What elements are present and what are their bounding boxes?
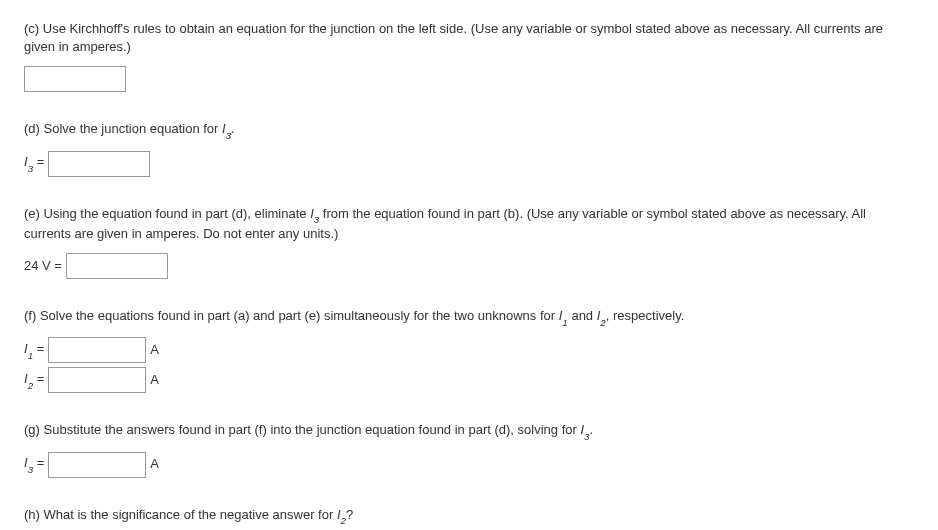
- question-c-prompt: (c) Use Kirchhoff's rules to obtain an e…: [24, 20, 914, 56]
- question-f-row2: I2 = A: [24, 367, 914, 393]
- question-f-var2-sub: 2: [600, 317, 605, 328]
- question-g-prompt-after: .: [590, 422, 594, 437]
- question-d-input[interactable]: [48, 151, 150, 177]
- question-f-prompt-before: (f) Solve the equations found in part (a…: [24, 308, 559, 323]
- question-g-prompt: (g) Substitute the answers found in part…: [24, 421, 914, 441]
- question-d-prompt: (d) Solve the junction equation for I3.: [24, 120, 914, 140]
- question-c: (c) Use Kirchhoff's rules to obtain an e…: [24, 20, 914, 92]
- question-f-row1-unit: A: [150, 341, 159, 359]
- question-f-row2-eq: =: [33, 371, 44, 386]
- question-e-input[interactable]: [66, 253, 168, 279]
- question-e-eq-label: 24 V =: [24, 257, 62, 275]
- question-f-row2-unit: A: [150, 371, 159, 389]
- question-f-var1-sub: 1: [562, 317, 567, 328]
- question-e-prompt: (e) Using the equation found in part (d)…: [24, 205, 914, 243]
- question-f-input-i1[interactable]: [48, 337, 146, 363]
- question-g: (g) Substitute the answers found in part…: [24, 421, 914, 477]
- question-f-mid: and: [568, 308, 597, 323]
- question-f-row2-sub: 2: [28, 380, 33, 391]
- question-d-prompt-text-before: (d) Solve the junction equation for: [24, 121, 222, 136]
- question-h: (h) What is the significance of the nega…: [24, 506, 914, 531]
- question-h-var-base: I: [337, 507, 341, 522]
- question-d-prompt-text-after: .: [231, 121, 235, 136]
- question-c-answer-row: [24, 66, 914, 92]
- question-f-input-i2[interactable]: [48, 367, 146, 393]
- question-g-var-sub: 3: [584, 431, 589, 442]
- question-f-row1: I1 = A: [24, 337, 914, 363]
- question-c-input[interactable]: [24, 66, 126, 92]
- question-d-eq-sub: 3: [28, 163, 33, 174]
- question-f-prompt: (f) Solve the equations found in part (a…: [24, 307, 914, 327]
- question-e: (e) Using the equation found in part (d)…: [24, 205, 914, 279]
- question-g-row-sub: 3: [28, 464, 33, 475]
- question-g-row-unit: A: [150, 455, 159, 473]
- question-f-row1-label: I1 =: [24, 340, 44, 360]
- question-h-prompt-before: (h) What is the significance of the nega…: [24, 507, 337, 522]
- question-g-row: I3 = A: [24, 452, 914, 478]
- question-g-row-eq: =: [33, 455, 44, 470]
- question-h-prompt: (h) What is the significance of the nega…: [24, 506, 914, 526]
- question-f-row1-sub: 1: [28, 350, 33, 361]
- question-e-prompt-before: (e) Using the equation found in part (d)…: [24, 206, 310, 221]
- question-e-var-sub: 3: [314, 214, 319, 225]
- question-d-var-sub: 3: [226, 130, 231, 141]
- question-d-eq-equals: =: [33, 154, 44, 169]
- question-g-input[interactable]: [48, 452, 146, 478]
- question-d-answer-row: I3 =: [24, 151, 914, 177]
- question-g-prompt-before: (g) Substitute the answers found in part…: [24, 422, 580, 437]
- question-g-row-label: I3 =: [24, 454, 44, 474]
- question-f-row2-label: I2 =: [24, 370, 44, 390]
- question-h-prompt-after: ?: [346, 507, 353, 522]
- question-f-prompt-after: , respectively.: [606, 308, 685, 323]
- question-e-answer-row: 24 V =: [24, 253, 914, 279]
- question-d-eq-label: I3 =: [24, 153, 44, 173]
- question-f: (f) Solve the equations found in part (a…: [24, 307, 914, 393]
- question-d: (d) Solve the junction equation for I3. …: [24, 120, 914, 176]
- question-h-var-sub: 2: [341, 515, 346, 526]
- question-f-row1-eq: =: [33, 341, 44, 356]
